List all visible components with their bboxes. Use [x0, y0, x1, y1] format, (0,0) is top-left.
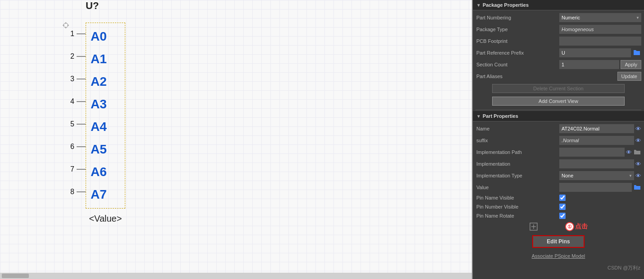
pin-label: A0 [91, 25, 107, 48]
implementation-path-value: 👁 [559, 147, 641, 158]
impl-path-eye-icon[interactable]: 👁 [626, 149, 632, 156]
package-type-value [559, 24, 641, 35]
suffix-label: suffix [475, 135, 557, 146]
associate-pspice-link[interactable]: Associate PSpice Model [530, 252, 587, 260]
part-properties-grid: Name 👁 suffix 👁 Implementation Path 👁 Im… [473, 121, 644, 263]
pin-number: 5 [63, 120, 77, 128]
pin-label: A7 [91, 183, 107, 206]
pin-numbers-col: 12345678 [63, 23, 86, 203]
collapse-arrow: ▼ [476, 3, 481, 8]
value-prop-value [559, 182, 641, 193]
part-properties-title: Part Properties [483, 113, 518, 119]
suffix-input[interactable] [559, 136, 634, 145]
part-properties-header: ▼ Part Properties [473, 111, 644, 121]
pin-number: 3 [63, 75, 77, 83]
pin-number-visible-value [559, 203, 641, 211]
pin-row: 5 [63, 113, 86, 135]
annotation-text: 点击 [575, 223, 588, 231]
pin-name-visible-value [559, 194, 641, 202]
pin-line [77, 169, 86, 170]
implementation-path-input[interactable] [559, 148, 625, 157]
value-prop-label: Value [475, 182, 557, 193]
annotation-circle: ① [565, 222, 574, 231]
part-box: A0A1A2A3A4A5A6A7 <Value> [86, 23, 125, 209]
package-properties-title: Package Properties [483, 2, 529, 8]
part-reference-folder-btn[interactable] [632, 49, 641, 57]
pcb-footprint-value [559, 36, 641, 46]
section-count-label: Section Count [475, 59, 557, 70]
implementation-type-select[interactable]: None [559, 171, 634, 180]
pin-label: A2 [91, 70, 107, 93]
name-value: 👁 [559, 123, 641, 134]
update-button[interactable]: Update [617, 72, 641, 81]
pin-line [77, 79, 86, 79]
value-folder-btn[interactable] [633, 184, 641, 191]
implementation-path-label: Implementation Path [475, 147, 557, 158]
pcb-footprint-input[interactable] [559, 37, 641, 46]
pin-number: 8 [63, 188, 77, 196]
impl-path-folder-btn[interactable] [633, 149, 641, 156]
canvas-area: U? 12345678 A0A1A2A3A4A5A6A7 <Value> [0, 0, 473, 279]
pin-row: 2 [63, 45, 86, 68]
pin-row: 1 [63, 23, 86, 45]
part-reference-prefix-label: Part Reference Prefix [475, 47, 557, 58]
add-convert-view-button[interactable]: Add Convert View [492, 97, 625, 106]
pin-number: 1 [63, 30, 77, 38]
section-count-input[interactable] [559, 60, 619, 69]
part-props-collapse-arrow: ▼ [476, 114, 481, 119]
name-eye-icon[interactable]: 👁 [635, 126, 641, 132]
pin-line [77, 56, 86, 57]
pin-name-rotate-checkbox[interactable] [559, 213, 566, 219]
part-numbering-value: Numeric [559, 12, 641, 23]
impl-eye-icon[interactable]: 👁 [635, 161, 641, 167]
part-numbering-select[interactable]: Numeric [559, 13, 641, 22]
value-input[interactable] [559, 183, 632, 192]
name-label: Name [475, 123, 557, 134]
pin-row: 4 [63, 90, 86, 113]
implementation-value: 👁 [559, 158, 641, 169]
pin-line [77, 101, 86, 102]
associate-pspice-row: Associate PSpice Model [475, 251, 641, 261]
name-input[interactable] [559, 124, 634, 133]
value-label: <Value> [89, 214, 122, 224]
pin-row: 7 [63, 158, 86, 181]
package-properties-grid: Part Numbering Numeric Package Type PCB … [473, 10, 644, 109]
suffix-eye-icon[interactable]: 👁 [635, 137, 641, 144]
delete-current-section-button[interactable]: Delete Current Section [492, 84, 625, 93]
pin-label: A3 [91, 93, 107, 116]
right-panel: ▼ Package Properties Part Numbering Nume… [473, 0, 644, 279]
pin-number-visible-label: Pin Number Visible [475, 203, 557, 211]
pin-number: 6 [63, 143, 77, 151]
pin-number: 4 [63, 98, 77, 106]
pin-label: A4 [91, 116, 107, 138]
pin-line [77, 191, 86, 192]
canvas-scrollbar[interactable] [0, 273, 472, 279]
part-aliases-label: Part Aliases [475, 71, 557, 82]
pin-label: A1 [91, 48, 107, 70]
suffix-value: 👁 [559, 135, 641, 146]
section-divider [475, 110, 641, 110]
package-type-input[interactable] [559, 25, 641, 34]
part-reference-prefix-input[interactable] [559, 48, 631, 57]
implementation-label: Implementation [475, 158, 557, 169]
pin-line [77, 146, 86, 147]
pin-number: 2 [63, 52, 77, 60]
edit-pins-button[interactable]: Edit Pins [532, 235, 584, 248]
pin-line [77, 33, 86, 34]
impl-type-eye-icon[interactable]: 👁 [635, 172, 641, 179]
implementation-type-value: None 👁 [559, 170, 641, 181]
part-reference-prefix-value [559, 47, 641, 58]
package-properties-header: ▼ Package Properties [473, 0, 644, 10]
delete-section-row: Delete Current Section [475, 83, 641, 94]
package-type-label: Package Type [475, 24, 557, 35]
pin-number: 7 [63, 165, 77, 173]
scrollbar-thumb[interactable] [2, 274, 29, 278]
apply-button[interactable]: Apply [621, 60, 641, 69]
component-body: 12345678 A0A1A2A3A4A5A6A7 <Value> [63, 23, 125, 209]
implementation-input[interactable] [559, 159, 634, 168]
pin-name-visible-checkbox[interactable] [559, 195, 566, 201]
pin-number-visible-checkbox[interactable] [559, 204, 566, 210]
pin-label: A5 [91, 138, 107, 161]
section-count-row: Apply [559, 59, 641, 70]
pin-name-visible-label: Pin Name Visible [475, 194, 557, 202]
